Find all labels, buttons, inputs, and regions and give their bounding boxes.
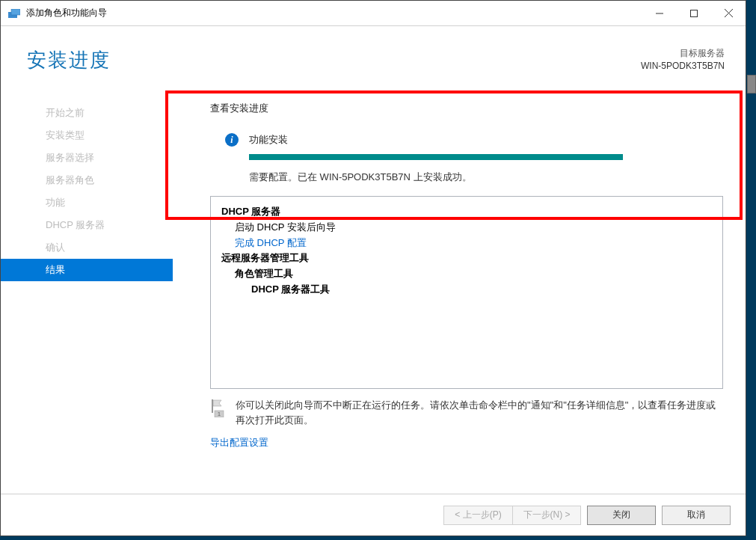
- step-dhcp-server: DHCP 服务器: [1, 214, 173, 236]
- svg-rect-3: [691, 10, 698, 16]
- destination-name: WIN-5PODK3T5B7N: [641, 60, 725, 73]
- section-label: 查看安装进度: [210, 102, 723, 115]
- flag-icon: 1: [210, 399, 224, 416]
- svg-text:1: 1: [218, 411, 221, 417]
- next-button: 下一步(N) >: [512, 506, 581, 525]
- progress-message: 需要配置。已在 WIN-5PODK3T5B7N 上安装成功。: [249, 171, 723, 184]
- result-role-admin-tools: 角色管理工具: [221, 266, 712, 282]
- step-features: 功能: [1, 191, 173, 214]
- result-dhcp-server-tools: DHCP 服务器工具: [221, 282, 712, 298]
- window-title: 添加角色和功能向导: [26, 7, 107, 19]
- wizard-window: 添加角色和功能向导 安装进度 目标服务器 WIN-5PODK3T5B7N 开始之…: [0, 0, 746, 536]
- window-controls: [642, 1, 746, 25]
- page-title: 安装进度: [27, 47, 111, 73]
- results-box: DHCP 服务器 启动 DHCP 安装后向导 完成 DHCP 配置 远程服务器管…: [210, 196, 723, 389]
- app-icon: [8, 9, 20, 18]
- step-installation-type: 安装类型: [1, 124, 173, 147]
- titlebar: 添加角色和功能向导: [1, 1, 746, 26]
- cancel-button[interactable]: 取消: [662, 506, 731, 525]
- maximize-button[interactable]: [677, 1, 711, 25]
- export-config-link[interactable]: 导出配置设置: [210, 436, 723, 450]
- result-dhcp-server: DHCP 服务器: [221, 204, 712, 220]
- wizard-sidebar: 开始之前 安装类型 服务器选择 服务器角色 功能 DHCP 服务器 确认 结果: [1, 81, 173, 494]
- footer-note-text: 你可以关闭此向导而不中断正在运行的任务。请依次单击命令栏中的"通知"和"任务详细…: [236, 398, 723, 427]
- step-server-roles: 服务器角色: [1, 169, 173, 191]
- svg-rect-6: [212, 399, 213, 413]
- minimize-button[interactable]: [642, 1, 677, 25]
- previous-button: < 上一步(P): [443, 506, 512, 525]
- destination-box: 目标服务器 WIN-5PODK3T5B7N: [641, 47, 725, 73]
- step-confirmation: 确认: [1, 236, 173, 259]
- info-icon: i: [225, 133, 239, 147]
- status-text: 功能安装: [249, 133, 288, 147]
- progress-bar: [249, 154, 723, 160]
- close-button[interactable]: [711, 1, 746, 25]
- svg-rect-1: [11, 9, 20, 15]
- background-fragment: [747, 75, 756, 93]
- step-server-selection: 服务器选择: [1, 147, 173, 169]
- footer-info: 1 你可以关闭此向导而不中断正在运行的任务。请依次单击命令栏中的"通知"和"任务…: [210, 389, 723, 432]
- button-bar: < 上一步(P) 下一步(N) > 关闭 取消: [1, 494, 746, 536]
- header-row: 安装进度 目标服务器 WIN-5PODK3T5B7N: [1, 26, 746, 81]
- result-remote-tools: 远程服务器管理工具: [221, 251, 712, 266]
- result-complete-config-link[interactable]: 完成 DHCP 配置: [221, 236, 712, 251]
- step-before-begin: 开始之前: [1, 102, 173, 124]
- destination-label: 目标服务器: [641, 47, 725, 60]
- step-results: 结果: [1, 259, 173, 281]
- result-launch-wizard: 启动 DHCP 安装后向导: [221, 220, 712, 236]
- close-wizard-button[interactable]: 关闭: [587, 506, 656, 525]
